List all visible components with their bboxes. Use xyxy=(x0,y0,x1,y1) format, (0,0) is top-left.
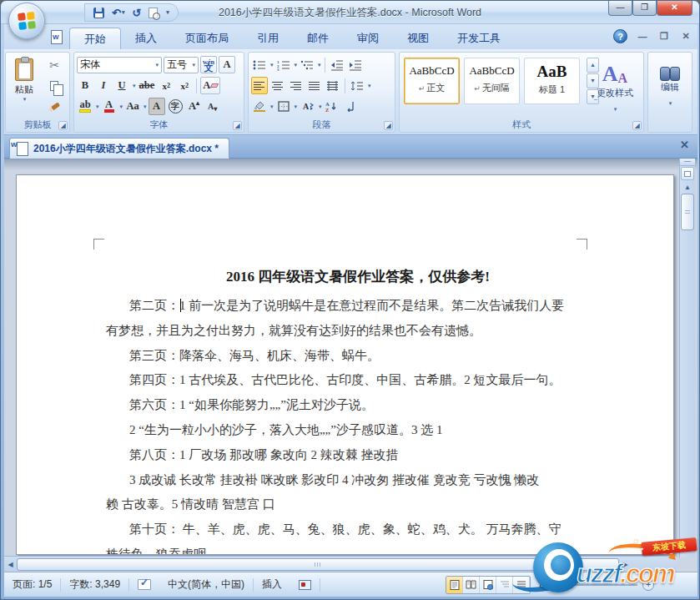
copy-button[interactable] xyxy=(44,77,64,95)
vertical-scrollbar[interactable]: — ▲ xyxy=(679,159,695,557)
tab-home[interactable]: 开始 xyxy=(69,28,121,49)
character-border-button[interactable]: A xyxy=(219,56,235,73)
underline-button[interactable]: U xyxy=(113,77,130,94)
font-color-dropdown-icon[interactable]: ▾ xyxy=(120,103,123,110)
paragraph-dialog-launcher[interactable]: ◢ xyxy=(384,121,393,130)
horizontal-scroll-thumb[interactable] xyxy=(17,558,619,571)
zoom-level[interactable]: 100 xyxy=(537,579,554,591)
distribute-button[interactable] xyxy=(325,77,341,94)
print-layout-view-icon[interactable] xyxy=(446,577,463,593)
minimize-button[interactable]: — xyxy=(608,1,632,16)
style-no-spacing[interactable]: AaBbCcD ↵无间隔 xyxy=(464,58,520,104)
insert-mode[interactable]: 插入 xyxy=(254,577,290,593)
fullscreen-reading-view-icon[interactable] xyxy=(463,577,480,593)
align-left-button[interactable] xyxy=(251,77,268,94)
bold-button[interactable]: B xyxy=(77,77,93,94)
subscript-button[interactable]: x2 xyxy=(158,77,174,94)
text-highlight-button[interactable]: ab xyxy=(77,98,93,115)
font-dialog-launcher[interactable]: ◢ xyxy=(233,121,242,130)
line-spacing-button[interactable] xyxy=(349,77,365,94)
phonetic-guide-button[interactable]: wén文 xyxy=(200,56,217,73)
sort-button[interactable]: AZ xyxy=(324,98,340,115)
tab-view[interactable]: 视图 xyxy=(393,28,443,49)
character-shading-button[interactable]: A xyxy=(149,98,165,115)
style-heading1[interactable]: AaB 标题 1 xyxy=(524,58,580,104)
doc-close-icon[interactable]: ✕ xyxy=(679,31,692,42)
document-tab[interactable]: 2016小学四年级语文暑假作业答案.docx * xyxy=(9,138,229,159)
split-handle[interactable]: — xyxy=(680,159,695,166)
paste-button[interactable]: 粘贴 ▾ xyxy=(9,56,39,119)
change-case-button[interactable]: Aa xyxy=(124,98,141,115)
proofing-status[interactable] xyxy=(129,577,159,593)
office-button[interactable] xyxy=(8,3,45,39)
tab-insert[interactable]: 插入 xyxy=(121,28,171,49)
align-right-button[interactable] xyxy=(288,77,305,94)
clipboard-dialog-launcher[interactable]: ◢ xyxy=(58,121,68,130)
doc-minimize-icon[interactable]: — xyxy=(636,32,649,42)
redo-icon[interactable]: ↺ xyxy=(132,7,141,19)
zoom-slider[interactable]: + xyxy=(557,577,657,593)
shading-button[interactable] xyxy=(251,98,268,115)
paste-dropdown-icon[interactable]: ▾ xyxy=(23,96,27,103)
word-count[interactable]: 字数: 3,349 xyxy=(61,577,128,593)
shrink-font-button[interactable]: A▾ xyxy=(204,98,221,115)
tab-developer[interactable]: 开发工具 xyxy=(443,28,515,49)
restore-button[interactable]: ❐ xyxy=(632,1,657,16)
font-size-combo[interactable]: 五号▾ xyxy=(164,57,199,73)
highlight-dropdown-icon[interactable]: ▾ xyxy=(96,103,99,110)
save-icon[interactable] xyxy=(93,8,104,18)
tab-references[interactable]: 引用 xyxy=(243,28,293,49)
web-layout-view-icon[interactable] xyxy=(480,577,496,593)
undo-icon[interactable]: ↶▾ xyxy=(112,7,124,19)
ruler-toggle-button[interactable] xyxy=(681,167,694,180)
document-page[interactable]: 2016 四年级语文暑假作业答案，仅供参考! 第二页：1 前一次是为了说明蜗牛是… xyxy=(16,174,674,555)
bullets-button[interactable] xyxy=(251,56,268,73)
style-normal[interactable]: AaBbCcD ↵正文 xyxy=(404,58,460,104)
doc-restore-icon[interactable]: ❐ xyxy=(657,31,671,42)
scroll-up-icon[interactable]: ▲ xyxy=(680,181,695,194)
scroll-left-icon[interactable]: ◀ xyxy=(4,561,17,568)
outline-view-icon[interactable] xyxy=(496,577,513,593)
format-painter-button[interactable] xyxy=(44,98,64,116)
title-bar[interactable]: 2016小学四年级语文暑假作业答案.docx - Microsoft Word … xyxy=(1,1,699,24)
enclose-characters-button[interactable]: 字 xyxy=(167,98,184,115)
print-preview-icon[interactable] xyxy=(149,8,158,18)
language-indicator[interactable]: 中文(简体，中国) xyxy=(159,577,253,593)
superscript-button[interactable]: x2 xyxy=(176,77,193,94)
tab-page-layout[interactable]: 页面布局 xyxy=(171,28,243,49)
page-indicator[interactable]: 页面: 1/5 xyxy=(4,577,60,593)
increase-indent-button[interactable] xyxy=(347,56,364,73)
show-hide-marks-button[interactable] xyxy=(342,98,359,115)
underline-dropdown-icon[interactable]: ▾ xyxy=(133,83,136,89)
styles-dialog-launcher[interactable]: ◢ xyxy=(632,121,642,130)
customize-qat-icon[interactable]: ▾ xyxy=(165,9,169,16)
macro-record[interactable] xyxy=(290,577,320,593)
cut-button[interactable]: ✂ xyxy=(44,56,64,74)
font-color-button[interactable]: A xyxy=(101,98,118,115)
change-styles-button[interactable]: AA 更改样式 ▾ xyxy=(591,57,639,114)
tab-review[interactable]: 审阅 xyxy=(343,28,393,49)
change-case-dropdown-icon[interactable]: ▾ xyxy=(144,103,147,110)
horizontal-scrollbar[interactable]: ◀ ▶ xyxy=(4,556,677,572)
close-button[interactable]: ✕ xyxy=(657,1,692,16)
tab-close-icon[interactable]: ✕ xyxy=(680,139,689,151)
draft-view-icon[interactable] xyxy=(513,577,530,593)
italic-button[interactable]: I xyxy=(95,77,112,94)
scroll-right-icon[interactable]: ▶ xyxy=(619,561,632,568)
decrease-indent-button[interactable] xyxy=(329,56,345,73)
tab-mailings[interactable]: 邮件 xyxy=(293,28,343,49)
grow-font-button[interactable]: A▴ xyxy=(186,98,203,115)
numbering-button[interactable]: 123 xyxy=(275,56,292,73)
zoom-in-icon[interactable]: + xyxy=(642,579,654,591)
vertical-scroll-thumb[interactable] xyxy=(681,194,694,230)
help-icon[interactable]: ? xyxy=(613,29,627,43)
multilevel-list-button[interactable] xyxy=(299,56,315,73)
align-center-button[interactable] xyxy=(269,77,286,94)
font-name-combo[interactable]: 宋体▾ xyxy=(77,57,162,73)
strikethrough-button[interactable]: abe xyxy=(138,77,157,94)
clear-formatting-button[interactable]: A xyxy=(200,77,220,94)
asian-layout-button[interactable]: A xyxy=(299,98,316,115)
borders-button[interactable] xyxy=(275,98,292,115)
editing-button[interactable]: 编辑 ▾ xyxy=(646,61,694,108)
justify-button[interactable] xyxy=(306,77,323,94)
